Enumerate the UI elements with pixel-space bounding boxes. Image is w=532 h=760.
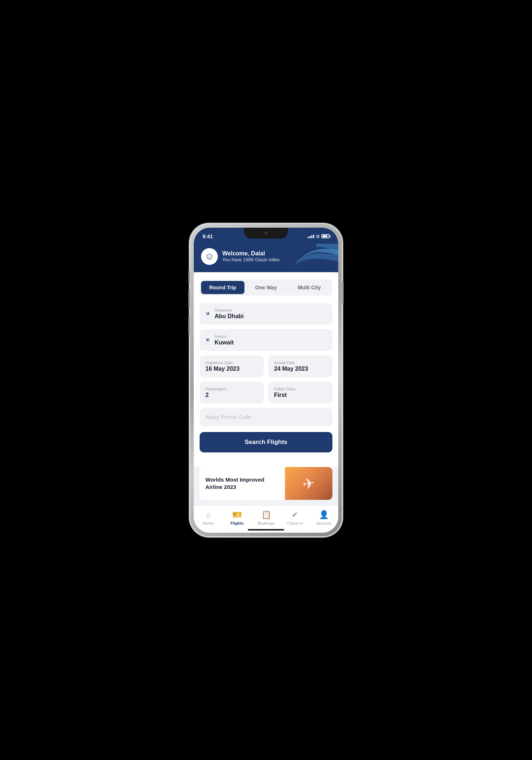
return-field[interactable]: ✈ Return Kuwait xyxy=(200,329,332,351)
main-content: Round Trip One Way Multi City ✈ Departur… xyxy=(194,272,338,533)
return-value: Kuwait xyxy=(215,339,327,346)
return-content: Return Kuwait xyxy=(215,334,327,346)
departure-date-label: Departure Date xyxy=(205,360,258,365)
phone-wrapper: 9:41 ⊙ xyxy=(189,223,343,537)
departure-value: Abu Dhabi xyxy=(215,313,327,320)
arrival-date-field[interactable]: Arrival Date 24 May 2023 xyxy=(268,355,332,377)
nav-account-label: Account xyxy=(317,521,331,525)
account-icon: 👤 xyxy=(319,510,329,520)
volume-up-button xyxy=(188,289,190,309)
silent-button xyxy=(188,271,190,283)
departure-icon: ✈ xyxy=(204,309,212,318)
home-icon: ⌂ xyxy=(206,510,211,520)
arrival-date-value: 24 May 2023 xyxy=(274,366,327,372)
passengers-label: Passengers xyxy=(205,387,258,391)
phone-screen: 9:41 ⊙ xyxy=(194,228,338,533)
departure-date-value: 16 May 2023 xyxy=(205,366,258,372)
nav-checkin-label: Check-in xyxy=(287,521,303,525)
checkin-icon: ✔ xyxy=(292,510,298,520)
arrival-icon: ✈ xyxy=(204,336,212,344)
nav-bookings[interactable]: 📋 Bookings xyxy=(251,509,280,527)
search-flights-button[interactable]: Search Flights xyxy=(200,432,332,452)
cabin-class-field[interactable]: Cabin Class First xyxy=(268,382,332,404)
promo-text-area: Worlds Most Improved Airline 2023 xyxy=(200,470,285,496)
nav-account[interactable]: 👤 Account xyxy=(309,509,338,527)
user-icon: ☺ xyxy=(205,251,215,262)
power-button xyxy=(342,282,344,304)
tab-one-way[interactable]: One Way xyxy=(244,281,288,294)
header: ☺ Welcome, Dalal You have 1986 Oasis mil… xyxy=(194,244,338,272)
cabin-value: First xyxy=(274,392,327,398)
header-text: Welcome, Dalal You have 1986 Oasis miles xyxy=(222,250,280,262)
wifi-icon: ⊙ xyxy=(316,234,320,239)
promo-card[interactable]: Worlds Most Improved Airline 2023 ✈ xyxy=(200,467,332,500)
bookings-icon: 📋 xyxy=(261,510,271,520)
nav-bookings-label: Bookings xyxy=(258,521,274,525)
tab-multi-city[interactable]: Multi City xyxy=(288,281,331,294)
time-display: 9:41 xyxy=(203,234,213,239)
header-decoration xyxy=(294,244,338,272)
status-icons: ⊙ xyxy=(308,234,329,239)
welcome-message: Welcome, Dalal xyxy=(222,250,280,257)
battery-icon xyxy=(321,234,329,238)
departure-content: Departure Abu Dhabi xyxy=(215,308,327,320)
volume-down-button xyxy=(188,315,190,335)
avatar: ☺ xyxy=(201,248,218,265)
plane-image-icon: ✈ xyxy=(301,474,316,493)
passengers-row: Passengers 2 Cabin Class First xyxy=(200,382,332,404)
nav-home-label: Home xyxy=(203,521,213,525)
nav-flights-label: Flights xyxy=(231,521,244,525)
nav-flights[interactable]: 🎫 Flights xyxy=(223,509,251,527)
promo-image: ✈ xyxy=(285,467,332,500)
miles-info: You have 1986 Oasis miles xyxy=(222,257,280,262)
cabin-label: Cabin Class xyxy=(274,387,327,391)
departure-field[interactable]: ✈ Departure Abu Dhabi xyxy=(200,303,332,325)
nav-home[interactable]: ⌂ Home xyxy=(194,509,223,527)
passengers-value: 2 xyxy=(205,392,258,398)
promo-card-title: Worlds Most Improved Airline 2023 xyxy=(205,476,279,490)
phone-frame: 9:41 ⊙ xyxy=(189,223,343,537)
nav-checkin[interactable]: ✔ Check-in xyxy=(281,509,309,527)
tab-round-trip[interactable]: Round Trip xyxy=(201,281,244,294)
promo-code-field[interactable]: Apply Promo Code xyxy=(200,408,332,426)
departure-date-field[interactable]: Departure Date 16 May 2023 xyxy=(200,355,264,377)
flights-icon: 🎫 xyxy=(232,510,242,520)
promo-section: Worlds Most Improved Airline 2023 ✈ xyxy=(194,467,338,506)
home-indicator xyxy=(248,529,284,531)
arrival-date-label: Arrival Date xyxy=(274,360,327,365)
search-card: Round Trip One Way Multi City ✈ Departur… xyxy=(194,272,338,467)
bottom-nav: ⌂ Home 🎫 Flights 📋 Bookings ✔ Check-in 👤 xyxy=(194,505,338,533)
date-row: Departure Date 16 May 2023 Arrival Date … xyxy=(200,355,332,377)
trip-type-tabs: Round Trip One Way Multi City xyxy=(200,279,332,296)
return-label: Return xyxy=(215,334,327,339)
departure-label: Departure xyxy=(215,308,327,312)
notch xyxy=(244,228,288,239)
camera xyxy=(264,231,268,235)
promo-placeholder: Apply Promo Code xyxy=(205,414,251,420)
passengers-field[interactable]: Passengers 2 xyxy=(200,382,264,404)
signal-icon xyxy=(308,235,314,238)
